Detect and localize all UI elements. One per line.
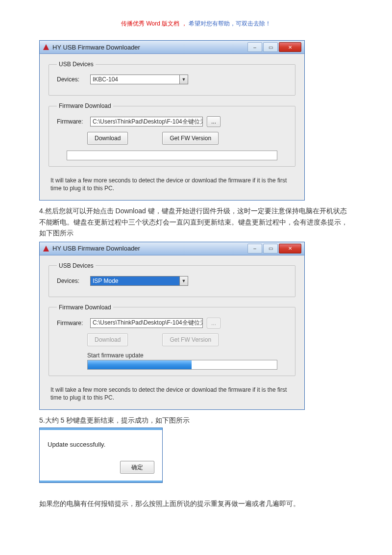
download-button[interactable]: Download <box>87 132 128 145</box>
titlebar[interactable]: HY USB Firmware Downloader – ▭ ✕ <box>40 41 304 54</box>
minimize-icon: – <box>253 246 256 251</box>
dialog-message: Update successfully. <box>48 441 154 448</box>
window-body: USB Devices Devices: ISP Mode ▼ Firmware… <box>40 255 304 409</box>
close-button[interactable]: ✕ <box>279 42 301 52</box>
firmware-label: Firmware: <box>57 320 86 327</box>
minimize-icon: – <box>253 45 256 50</box>
firmware-download-group: Firmware Download Firmware: C:\Users\Thi… <box>49 102 295 167</box>
progress-fill <box>88 360 192 369</box>
devices-label: Devices: <box>57 278 86 284</box>
devices-value: IKBC-104 <box>90 75 179 84</box>
maximize-button[interactable]: ▭ <box>263 244 278 253</box>
app-icon <box>43 245 49 252</box>
usb-devices-group: USB Devices Devices: ISP Mode ▼ <box>49 262 295 297</box>
firmware-download-legend: Firmware Download <box>57 304 113 311</box>
firmware-download-legend: Firmware Download <box>57 102 113 109</box>
paragraph-5: 5.大约 5 秒键盘更新结束，提示成功，如下图所示 <box>39 415 353 426</box>
progress-bar <box>87 360 277 370</box>
browse-button: ... <box>207 318 220 328</box>
svg-marker-1 <box>43 246 49 252</box>
firmware-path-input[interactable]: C:\Users\ThinkPad\Desktop\F-104全键位无 <box>90 318 203 328</box>
dialog-bottom-stripe <box>40 480 162 482</box>
document-header: 传播优秀 Word 版文档 ， 希望对您有帮助，可双击去除！ <box>39 20 353 28</box>
titlebar[interactable]: HY USB Firmware Downloader – ▭ ✕ <box>40 242 304 255</box>
window-buttons: – ▭ ✕ <box>246 42 301 52</box>
dropdown-arrow-icon[interactable]: ▼ <box>179 75 188 84</box>
firmware-path-input[interactable]: C:\Users\ThinkPad\Desktop\F-104全键位无 <box>90 117 203 126</box>
minimize-button[interactable]: – <box>247 244 262 253</box>
dropdown-arrow-icon[interactable]: ▼ <box>179 276 188 286</box>
dialog-actions: 确定 <box>48 461 154 474</box>
usb-devices-legend: USB Devices <box>57 61 96 68</box>
header-red: 传播优秀 Word 版文档 ， <box>121 20 187 27</box>
progress-bar <box>67 151 277 160</box>
ok-button[interactable]: 确定 <box>120 461 154 474</box>
browse-button[interactable]: ... <box>207 116 220 127</box>
maximize-button[interactable]: ▭ <box>263 42 278 52</box>
usb-devices-group: USB Devices Devices: IKBC-104 ▼ <box>49 61 295 96</box>
close-icon: ✕ <box>288 246 292 251</box>
header-blue: 希望对您有帮助，可双击去除！ <box>189 20 271 27</box>
svg-marker-0 <box>43 44 49 50</box>
success-dialog: Update successfully. 确定 <box>39 428 163 483</box>
firmware-window-1: HY USB Firmware Downloader – ▭ ✕ USB Dev… <box>39 40 305 201</box>
devices-label: Devices: <box>57 76 86 83</box>
close-icon: ✕ <box>288 45 292 50</box>
window-title: HY USB Firmware Downloader <box>52 44 246 51</box>
devices-combo[interactable]: ISP Mode ▼ <box>90 276 188 286</box>
download-button: Download <box>87 333 128 346</box>
firmware-download-group: Firmware Download Firmware: C:\Users\Thi… <box>49 304 295 376</box>
maximize-icon: ▭ <box>269 246 273 251</box>
window-title: HY USB Firmware Downloader <box>52 245 246 252</box>
window-buttons: – ▭ ✕ <box>246 244 301 253</box>
minimize-button[interactable]: – <box>247 42 262 52</box>
status-text: Start firmware update <box>87 352 287 359</box>
maximize-icon: ▭ <box>269 45 273 50</box>
devices-combo[interactable]: IKBC-104 ▼ <box>90 75 188 84</box>
dialog-body: Update successfully. 确定 <box>40 430 162 480</box>
info-text: It will take a few more seconds to detec… <box>49 383 295 404</box>
firmware-window-2: HY USB Firmware Downloader – ▭ ✕ USB Dev… <box>39 242 305 410</box>
firmware-label: Firmware: <box>57 118 86 125</box>
info-text: It will take a few more seconds to detec… <box>49 174 295 195</box>
get-fw-version-button[interactable]: Get FW Version <box>162 132 219 145</box>
usb-devices-legend: USB Devices <box>57 262 96 269</box>
devices-value: ISP Mode <box>90 276 179 286</box>
get-fw-version-button: Get FW Version <box>162 333 219 346</box>
window-body: USB Devices Devices: IKBC-104 ▼ Firmware… <box>40 54 304 200</box>
close-button[interactable]: ✕ <box>279 244 301 253</box>
paragraph-4: 4.然后您就可以开始点击 Download 键，键盘开始进行固件升级，这时一定要… <box>39 205 353 238</box>
paragraph-6: 如果您的电脑有任何报错提示，那么按照上面所说的提示重复再做一遍或者几遍即可。 <box>39 498 353 509</box>
app-icon <box>43 44 49 50</box>
